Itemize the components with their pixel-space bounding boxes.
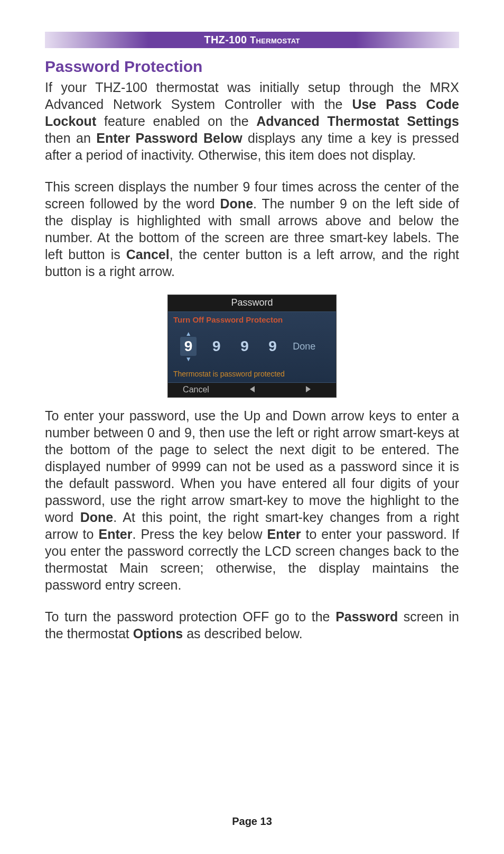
section-heading: Password Protection bbox=[45, 58, 459, 76]
password-digits-row: ▲ 9 ▼ ▲ 9 ▼ ▲ 9 ▼ ▲ bbox=[171, 328, 333, 364]
digit-2[interactable]: ▲ 9 ▼ bbox=[206, 330, 228, 362]
device-subtitle: Turn Off Password Protecton bbox=[171, 314, 333, 328]
done-label[interactable]: Done bbox=[290, 341, 326, 352]
header-suffix: Thermostat bbox=[250, 35, 300, 45]
text: as described below. bbox=[183, 626, 303, 641]
paragraph-4: To turn the password protection OFF go t… bbox=[45, 608, 459, 642]
text: To turn the password protection OFF go t… bbox=[45, 609, 335, 624]
digit-4[interactable]: ▲ 9 ▼ bbox=[262, 330, 284, 362]
bold-text: Cancel bbox=[126, 247, 170, 262]
cancel-button[interactable]: Cancel bbox=[168, 385, 224, 394]
bold-text: Done bbox=[80, 510, 114, 525]
page-number: Page 13 bbox=[0, 815, 504, 828]
text: . Press the key below bbox=[132, 527, 267, 541]
left-arrow-button[interactable] bbox=[224, 385, 280, 394]
digit-1[interactable]: ▲ 9 ▼ bbox=[178, 330, 200, 362]
digit-value: 9 bbox=[236, 337, 253, 356]
bold-text: Options bbox=[133, 626, 183, 641]
bold-text: Done bbox=[220, 196, 254, 211]
arrow-down-icon[interactable]: ▼ bbox=[185, 356, 192, 362]
paragraph-1: If your THZ-100 thermostat was initially… bbox=[45, 79, 459, 163]
bold-text: Advanced Thermostat Settings bbox=[256, 114, 459, 128]
paragraph-3: To enter your password, use the Up and D… bbox=[45, 407, 459, 593]
device-status: Thermostat is password protected bbox=[171, 364, 333, 380]
digit-value: 9 bbox=[208, 337, 225, 356]
bold-text: Enter bbox=[98, 527, 132, 541]
digit-3[interactable]: ▲ 9 ▼ bbox=[234, 330, 256, 362]
bold-text: Enter Password Below bbox=[96, 131, 242, 145]
digit-value: 9 bbox=[264, 337, 281, 356]
arrow-up-icon[interactable]: ▲ bbox=[185, 330, 192, 337]
device-screenshot: Password Turn Off Password Protecton ▲ 9… bbox=[45, 295, 459, 398]
right-arrow-button[interactable] bbox=[280, 385, 336, 394]
digit-value: 9 bbox=[180, 337, 197, 356]
right-arrow-icon bbox=[306, 386, 311, 392]
left-arrow-icon bbox=[250, 386, 255, 392]
text: feature enabled on the bbox=[96, 114, 256, 128]
text: then an bbox=[45, 131, 96, 145]
device-title: Password bbox=[168, 295, 336, 311]
thermostat-password-screen: Password Turn Off Password Protecton ▲ 9… bbox=[167, 295, 337, 398]
device-softkeys: Cancel bbox=[168, 383, 336, 397]
bold-text: Enter bbox=[267, 527, 301, 541]
paragraph-2: This screen displays the number 9 four t… bbox=[45, 178, 459, 280]
page-header: THZ-100 Thermostat bbox=[45, 32, 459, 48]
text: To enter your password, use the Up and D… bbox=[45, 408, 459, 525]
device-panel: Turn Off Password Protecton ▲ 9 ▼ ▲ 9 ▼ … bbox=[168, 311, 336, 383]
header-product: THZ-100 bbox=[204, 34, 247, 45]
bold-text: Password bbox=[335, 609, 398, 624]
